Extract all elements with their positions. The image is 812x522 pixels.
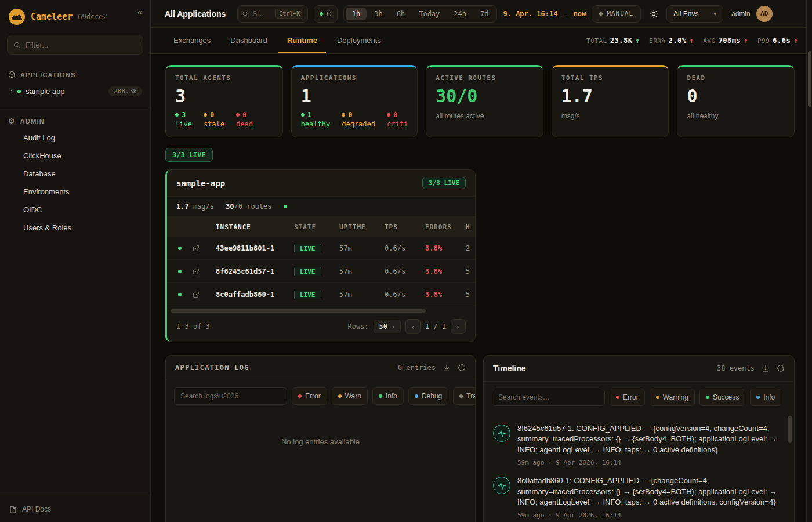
external-link-icon[interactable]	[193, 291, 216, 298]
breakdown-live: 3 live	[175, 111, 192, 128]
app-card-title: sample-app	[176, 179, 225, 188]
breakdown-stale: 0 stale	[204, 111, 224, 128]
app-version: 69dcce2	[78, 13, 107, 21]
arrow-up-icon: ↑	[635, 37, 640, 45]
sidebar-item-sample-app[interactable]: › sample app 208.3k	[0, 82, 150, 101]
kpi-total: TOTAL23.8K↑	[586, 37, 640, 45]
log-filter-debug[interactable]: Debug	[408, 387, 448, 405]
global-search[interactable]: Ctrl+K	[237, 5, 308, 23]
breakdown-healthy: 1 healthy	[301, 111, 331, 128]
window-scrollbar-thumb[interactable]	[808, 51, 811, 107]
app-card-sample-app: sample-app 3/3 LIVE 1.7 msg/s 30/0 route…	[165, 169, 476, 342]
timeline-filter-warning[interactable]: Warning	[650, 389, 695, 406]
app-live-badge: 3/3 LIVE	[422, 177, 466, 189]
external-link-icon[interactable]	[193, 245, 216, 252]
table-header: INSTANCE STATE UPTIME TPS ERRORS H	[167, 217, 475, 237]
log-filter-error[interactable]: Error	[292, 387, 327, 405]
sidebar-item-audit-log[interactable]: Audit Log	[0, 129, 150, 147]
manual-refresh-button[interactable]: MANUAL	[592, 5, 641, 23]
topbar: All Applications Ctrl+K O 1h 3h 6h Today…	[151, 0, 812, 28]
application-log-panel: APPLICATION LOG 0 entries	[165, 355, 476, 522]
timeline-event[interactable]: 8f6245c61d57-1: CONFIG_APPLIED — {config…	[493, 423, 784, 466]
time-range-end[interactable]: now	[574, 10, 586, 18]
arrow-up-icon: ↑	[793, 37, 798, 45]
log-filter-warn[interactable]: Warn	[332, 387, 368, 405]
sidebar-divider	[0, 108, 150, 108]
kpi-p99: P996.6s↑	[757, 37, 798, 45]
online-toggle[interactable]: O	[314, 5, 338, 23]
window-scrollbar[interactable]	[806, 0, 812, 522]
tab-dashboard[interactable]: Dashboard	[222, 28, 276, 53]
time-range-start[interactable]: 9. Apr. 16:14	[503, 10, 557, 18]
timeline-scrollbar[interactable]	[788, 416, 792, 443]
sidebar-filter[interactable]	[7, 35, 143, 55]
page-indicator: 1 / 1	[425, 322, 446, 331]
timeline-filter-info[interactable]: Info	[750, 389, 781, 406]
stat-card-active-routes: ACTIVE ROUTES 30/0 all routes active	[426, 65, 543, 137]
api-docs-link[interactable]: API Docs	[0, 496, 150, 522]
camel-logo-icon	[8, 8, 26, 26]
refresh-icon[interactable]	[777, 364, 785, 372]
sidebar-collapse-icon[interactable]: «	[137, 7, 142, 17]
log-filter-trace[interactable]: Trace	[453, 387, 476, 405]
sidebar-item-database[interactable]: Database	[0, 165, 150, 183]
range-7d[interactable]: 7d	[474, 8, 495, 20]
stat-card-applications: APPLICATIONS 1 1 healthy 0 degraded 0	[291, 65, 418, 137]
range-today[interactable]: Today	[412, 8, 446, 20]
time-range-separator: —	[563, 10, 567, 18]
sidebar-item-clickhouse[interactable]: ClickHouse	[0, 147, 150, 165]
timeline-filter-error[interactable]: Error	[610, 389, 645, 406]
prev-page-button[interactable]: ‹	[405, 319, 420, 334]
download-icon[interactable]	[762, 364, 770, 372]
instance-status-dot	[178, 270, 182, 273]
env-select[interactable]: All Envs ▾	[666, 5, 723, 23]
instance-status-dot	[178, 293, 182, 296]
tab-exchanges[interactable]: Exchanges	[165, 28, 219, 53]
rows-per-page-select[interactable]: 50 ▾	[374, 320, 401, 334]
next-page-button[interactable]: ›	[451, 319, 466, 334]
app-title: Cameleer	[31, 12, 72, 22]
timeline-search-input[interactable]	[492, 389, 605, 406]
global-search-input[interactable]	[252, 10, 272, 18]
kpi-strip: TOTAL23.8K↑ ERR%2.0%↑ AVG708ms↑ P996.6s↑	[586, 28, 798, 53]
chevron-down-icon: ▾	[392, 324, 395, 329]
manual-dot	[599, 12, 603, 16]
kpi-avg: AVG708ms↑	[703, 37, 748, 45]
state-badge: LIVE	[294, 291, 321, 299]
rows-label: Rows:	[347, 322, 368, 331]
tab-deployments[interactable]: Deployments	[328, 28, 390, 53]
external-link-icon[interactable]	[193, 268, 216, 275]
table-row[interactable]: 8c0affadb860-1 LIVE 57m 0.6/s 3.8% 5	[167, 283, 475, 306]
username: admin	[731, 10, 751, 18]
app-card-summary: 1.7 msg/s 30/0 routes	[167, 197, 475, 217]
table-row[interactable]: 8f6245c61d57-1 LIVE 57m 0.6/s 3.8% 5	[167, 260, 475, 283]
timeline-filter-success[interactable]: Success	[699, 389, 745, 406]
timeline-event[interactable]: 8c0affadb860-1: CONFIG_APPLIED — {change…	[493, 476, 784, 519]
kpi-err: ERR%2.0%↑	[649, 37, 694, 45]
app-count-badge: 208.3k	[108, 86, 142, 96]
table-row[interactable]: 43ee9811b801-1 LIVE 57m 0.6/s 3.8% 2	[167, 237, 475, 260]
page-title: All Applications	[165, 9, 226, 19]
log-search-input[interactable]	[174, 387, 287, 405]
admin-section-header: ⚙ ADMIN	[0, 111, 150, 129]
app-root: Cameleer 69dcce2 « APPLICATIONS › sample…	[0, 0, 812, 522]
sidebar-item-environments[interactable]: Environments	[0, 183, 150, 201]
applications-section-header: APPLICATIONS	[0, 65, 150, 82]
online-dot	[320, 12, 323, 16]
range-1h[interactable]: 1h	[346, 8, 367, 20]
app-card-header[interactable]: sample-app 3/3 LIVE	[167, 170, 475, 197]
range-24h[interactable]: 24h	[447, 8, 473, 20]
range-3h[interactable]: 3h	[368, 8, 389, 20]
chevron-down-icon: ▾	[713, 11, 716, 17]
log-filter-info[interactable]: Info	[372, 387, 404, 405]
sidebar-item-oidc[interactable]: OIDC	[0, 201, 150, 219]
tab-runtime[interactable]: Runtime	[278, 28, 326, 53]
sidebar-filter-input[interactable]	[26, 41, 137, 49]
avatar[interactable]: AD	[756, 6, 773, 22]
sidebar-item-users-roles[interactable]: Users & Roles	[0, 219, 150, 237]
range-6h[interactable]: 6h	[390, 8, 411, 20]
download-icon[interactable]	[443, 364, 451, 372]
theme-toggle-button[interactable]	[647, 7, 661, 21]
refresh-icon[interactable]	[458, 364, 466, 372]
stat-card-total-agents: TOTAL AGENTS 3 3 live 0 stale 0	[165, 65, 283, 137]
